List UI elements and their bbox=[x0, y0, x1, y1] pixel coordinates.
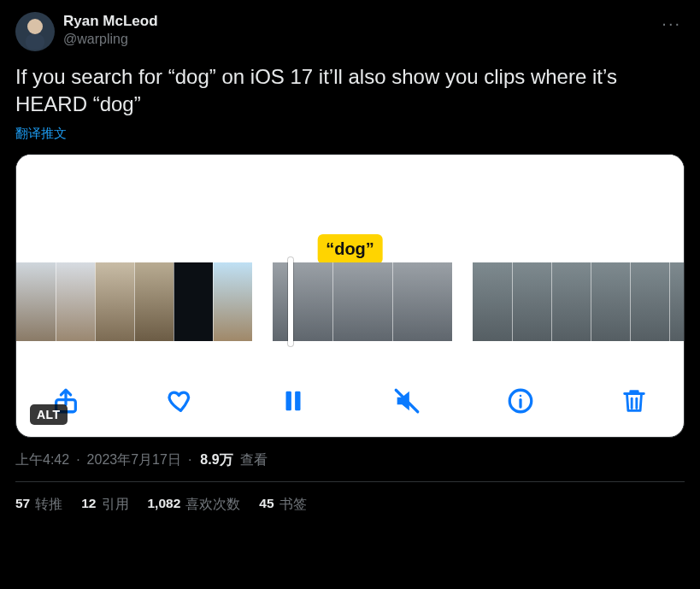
thumbnail bbox=[512, 262, 551, 341]
pause-button[interactable] bbox=[276, 384, 310, 418]
pause-icon bbox=[279, 386, 308, 415]
heart-icon bbox=[165, 386, 194, 415]
bookmarks-stat[interactable]: 45 书签 bbox=[259, 496, 306, 514]
likes-count: 1,082 bbox=[148, 496, 181, 514]
clip-group-3[interactable] bbox=[473, 262, 685, 341]
likes-label: 喜欢次数 bbox=[185, 496, 240, 514]
more-button[interactable]: ··· bbox=[658, 12, 685, 35]
media-top-blank: “dog” bbox=[16, 155, 684, 262]
svg-point-9 bbox=[520, 394, 522, 397]
thumbnail bbox=[174, 262, 213, 341]
trash-button[interactable] bbox=[617, 384, 651, 418]
svg-rect-5 bbox=[295, 391, 300, 410]
info-icon bbox=[506, 386, 535, 415]
thumbnail bbox=[669, 262, 685, 341]
mute-button[interactable] bbox=[390, 384, 424, 418]
playhead[interactable] bbox=[288, 257, 293, 346]
thumbnail bbox=[551, 262, 591, 341]
thumbnail bbox=[392, 262, 452, 341]
bookmarks-count: 45 bbox=[259, 496, 274, 514]
clip-group-2[interactable] bbox=[273, 262, 452, 341]
meta-separator bbox=[73, 452, 83, 468]
retweets-label: 转推 bbox=[35, 496, 62, 514]
avatar-image bbox=[15, 12, 55, 51]
heart-button[interactable] bbox=[162, 384, 197, 418]
tweet-date[interactable]: 2023年7月17日 bbox=[87, 451, 181, 469]
video-timeline-strip[interactable] bbox=[16, 262, 684, 341]
author-block: Ryan McLeod @warpling bbox=[63, 12, 158, 49]
thumbnail bbox=[273, 262, 332, 341]
tweet-header: Ryan McLeod @warpling ··· bbox=[15, 12, 685, 51]
avatar[interactable] bbox=[15, 12, 55, 51]
views-count[interactable]: 8.9万 bbox=[200, 451, 232, 469]
thumbnail bbox=[56, 262, 95, 341]
tweet: Ryan McLeod @warpling ··· If you search … bbox=[0, 0, 700, 514]
display-name[interactable]: Ryan McLeod bbox=[63, 12, 158, 31]
thumbnail bbox=[332, 262, 392, 341]
translate-link[interactable]: 翻译推文 bbox=[15, 126, 67, 142]
media-toolbar bbox=[16, 375, 684, 427]
tweet-stats: 57 转推 12 引用 1,082 喜欢次数 45 书签 bbox=[15, 482, 685, 514]
quotes-stat[interactable]: 12 引用 bbox=[81, 496, 128, 514]
thumbnail bbox=[16, 262, 56, 341]
views-label: 查看 bbox=[240, 451, 268, 469]
bookmarks-label: 书签 bbox=[279, 496, 307, 514]
svg-rect-4 bbox=[286, 391, 291, 410]
quotes-label: 引用 bbox=[102, 496, 129, 514]
thumbnail bbox=[95, 262, 134, 341]
handle[interactable]: @warpling bbox=[63, 31, 158, 49]
thumbnail bbox=[473, 262, 512, 341]
likes-stat[interactable]: 1,082 喜欢次数 bbox=[148, 496, 241, 514]
trash-icon bbox=[620, 386, 649, 415]
quotes-count: 12 bbox=[81, 496, 96, 514]
svg-rect-2 bbox=[26, 34, 44, 50]
retweets-stat[interactable]: 57 转推 bbox=[15, 496, 62, 514]
media-card[interactable]: “dog” bbox=[15, 154, 685, 438]
meta-separator bbox=[185, 452, 195, 468]
tweet-text: If you search for “dog” on iOS 17 it’ll … bbox=[15, 63, 685, 119]
thumbnail bbox=[630, 262, 669, 341]
thumbnail bbox=[591, 262, 630, 341]
tweet-time[interactable]: 上午4:42 bbox=[15, 451, 69, 469]
alt-badge[interactable]: ALT bbox=[30, 404, 68, 425]
svg-point-1 bbox=[27, 19, 43, 34]
clip-group-1[interactable] bbox=[16, 262, 252, 341]
search-match-tag: “dog” bbox=[317, 234, 383, 264]
tweet-meta: 上午4:42 2023年7月17日 8.9万 查看 bbox=[15, 451, 685, 469]
info-button[interactable] bbox=[503, 384, 538, 418]
thumbnail bbox=[213, 262, 252, 341]
thumbnail bbox=[134, 262, 174, 341]
retweets-count: 57 bbox=[15, 496, 30, 514]
mute-icon bbox=[392, 386, 421, 415]
